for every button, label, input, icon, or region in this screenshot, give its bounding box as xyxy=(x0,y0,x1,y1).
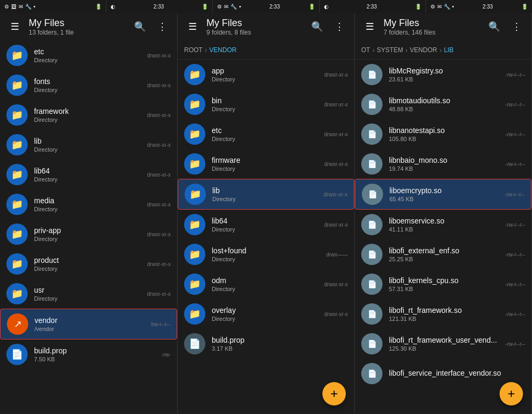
file-item-priv-app[interactable]: 📁 priv-app Directory drwxr-xr-x xyxy=(0,219,177,249)
breadcrumb-vendor[interactable]: VENDOR xyxy=(209,46,236,54)
file-item-usr[interactable]: 📁 usr Directory drwxr-xr-x xyxy=(0,279,177,309)
file-item-etc-2[interactable]: 📁 etc Directory drwxr-xr-x xyxy=(178,119,354,149)
file-info-overlay: overlay Directory xyxy=(212,306,320,322)
file-item-lib-2[interactable]: 📁 lib Directory drwxr-xr-x xyxy=(178,179,354,210)
mail-icon-3: ✉ xyxy=(224,4,228,10)
file-info-libmotaudioutils: libmotaudioutils.so 48.88 KB xyxy=(389,96,501,112)
more-button-1[interactable]: ⋮ xyxy=(154,18,171,35)
panels-container: ☰ My Files 13 folders, 1 file 🔍 ⋮ 📁 etc … xyxy=(0,13,532,414)
file-name-libmotaudioutils: libmotaudioutils.so xyxy=(389,96,501,105)
file-info-libnbaio: libnbaio_mono.so 19.74 KB xyxy=(389,156,501,172)
file-item-libofi-external[interactable]: 📄 libofi_external_enf.so 25.25 KB -rw-r-… xyxy=(355,239,531,269)
status-left-3: ⚙ ✉ 🔧 • xyxy=(217,4,241,10)
file-item-overlay[interactable]: 📁 overlay Directory drwxr-xr-x xyxy=(178,299,354,329)
file-item-app[interactable]: 📁 app Directory drwxr-xr-x xyxy=(178,60,354,89)
signal-icon-1: ◐ xyxy=(111,4,115,10)
file-item-liboemcrypto[interactable]: 📄 liboemcrypto.so 65.45 KB -rw-r--r-- xyxy=(355,179,531,210)
app-bar-title-1: My Files 13 folders, 1 file xyxy=(29,18,126,36)
file-item-lib64-2[interactable]: 📁 lib64 Directory drwxr-xr-x xyxy=(178,210,354,239)
file-perm-lost-found: drwx—— xyxy=(326,252,348,258)
file-item-libofi-rt[interactable]: 📄 libofi_rt_framework.so 121.31 KB -rw-r… xyxy=(355,299,531,329)
fab-button-2[interactable]: + xyxy=(322,382,346,405)
file-item-libnanotestapi[interactable]: 📄 libnanotestapi.so 105.80 KB -rw-r--r-- xyxy=(355,119,531,149)
file-item-lost-found[interactable]: 📁 lost+found Directory drwx—— xyxy=(178,239,354,269)
menu-button-3[interactable]: ☰ xyxy=(361,18,378,35)
folder-icon-etc: 📁 xyxy=(6,45,28,66)
file-meta-liboemcrypto: 65.45 KB xyxy=(389,196,501,202)
file-perm-firmware: drwxr-xr-x xyxy=(325,161,348,167)
breadcrumb-vendor-3[interactable]: VENDOR xyxy=(410,46,437,54)
panel-2-inner: 📁 app Directory drwxr-xr-x 📁 bin Directo… xyxy=(178,60,354,414)
menu-button-1[interactable]: ☰ xyxy=(6,18,23,35)
doc-icon-libnanotestapi: 📄 xyxy=(361,123,383,145)
time-4: 2:33 xyxy=(367,4,377,10)
file-perm-liboemcrypto: -rw-r--r-- xyxy=(505,192,525,197)
file-item-etc[interactable]: 📁 etc Directory drwxr-xr-x xyxy=(0,40,177,70)
doc-icon-libnbaio: 📄 xyxy=(361,153,383,175)
panel-3-inner: 📄 libMcRegistry.so 23.61 KB -rw-r--r-- 📄… xyxy=(355,60,531,414)
file-meta-app: Directory xyxy=(212,76,320,82)
panel-3: ☰ My Files 7 folders, 146 files 🔍 ⋮ OT ›… xyxy=(355,13,532,414)
file-name-libofi-external: libofi_external_enf.so xyxy=(389,246,501,255)
more-button-2[interactable]: ⋮ xyxy=(331,18,348,35)
file-perm-lib: drwxr-xr-x xyxy=(147,142,171,148)
file-info-vendor: vendor /vendor xyxy=(35,316,147,332)
file-item-libmotaudioutils[interactable]: 📄 libmotaudioutils.so 48.88 KB -rw-r--r-… xyxy=(355,89,531,119)
status-panel-5: ⚙ ✉ 🔧 • 2:33 🔋 xyxy=(426,0,532,13)
time-5: 2:33 xyxy=(483,4,493,10)
file-info-libofi-external: libofi_external_enf.so 25.25 KB xyxy=(389,246,501,262)
file-item-product[interactable]: 📁 product Directory drwxr-xr-x xyxy=(0,249,177,279)
file-name-libofi-kernels: libofi_kernels_cpu.so xyxy=(389,276,501,285)
dot-icon-5: • xyxy=(452,4,454,10)
file-item-fonts[interactable]: 📁 fonts Directory drwxr-xr-x xyxy=(0,70,177,100)
file-item-build-prop-1[interactable]: 📄 build.prop 7.50 KB -rw- xyxy=(0,340,177,369)
file-item-media[interactable]: 📁 media Directory drwxr-xr-x xyxy=(0,189,177,219)
file-item-libofi-kernels[interactable]: 📄 libofi_kernels_cpu.so 57.31 KB -rw-r--… xyxy=(355,269,531,299)
file-meta-liboemservice: 41.11 KB xyxy=(389,226,501,233)
breadcrumb-ot[interactable]: OT xyxy=(361,46,370,54)
file-item-libofi-rt-user[interactable]: 📄 libofi_rt_framework_user_vend... 125.3… xyxy=(355,329,531,359)
breadcrumb-lib-3[interactable]: LIB xyxy=(444,46,453,54)
file-meta-lib64: Directory xyxy=(34,176,143,183)
file-info-lib: lib Directory xyxy=(34,137,143,153)
mail-icon: ✉ xyxy=(19,4,23,10)
search-button-1[interactable]: 🔍 xyxy=(131,18,148,35)
breadcrumb-root[interactable]: ROOT xyxy=(184,46,203,54)
tool-icon-5: 🔧 xyxy=(444,4,450,10)
file-meta-build-prop-2: 3.17 KB xyxy=(212,345,344,352)
file-item-libmcregistry[interactable]: 📄 libMcRegistry.so 23.61 KB -rw-r--r-- xyxy=(355,60,531,89)
file-item-firmware[interactable]: 📁 firmware Directory drwxr-xr-x xyxy=(178,149,354,179)
file-meta-framework: Directory xyxy=(34,117,143,123)
file-info-lost-found: lost+found Directory xyxy=(212,246,322,262)
file-item-bin[interactable]: 📁 bin Directory drwxr-xr-x xyxy=(178,89,354,119)
file-perm-framework: drwxr-xr-x xyxy=(147,112,171,118)
doc-icon-liboemcrypto: 📄 xyxy=(362,184,383,205)
file-item-lib64[interactable]: 📁 lib64 Directory drwxr-xr-x xyxy=(0,160,177,189)
battery-icon-2: 🔋 xyxy=(202,4,208,10)
file-item-odm[interactable]: 📁 odm Directory drwxr-xr-x xyxy=(178,269,354,299)
file-meta-bin: Directory xyxy=(212,106,320,112)
folder-icon-odm: 📁 xyxy=(184,274,205,295)
breadcrumb-system[interactable]: SYSTEM xyxy=(377,46,403,54)
file-item-framework[interactable]: 📁 framework Directory drwxr-xr-x xyxy=(0,100,177,130)
search-button-3[interactable]: 🔍 xyxy=(486,18,503,35)
more-button-3[interactable]: ⋮ xyxy=(508,18,525,35)
doc-icon-libofi-rt-user: 📄 xyxy=(361,333,383,354)
menu-button-2[interactable]: ☰ xyxy=(184,18,201,35)
battery-icon-4: 🔋 xyxy=(415,4,421,10)
file-item-build-prop-2[interactable]: 📄 build.prop 3.17 KB xyxy=(178,329,354,359)
breadcrumb-sep-3a: › xyxy=(372,46,375,54)
file-item-lib[interactable]: 📁 lib Directory drwxr-xr-x xyxy=(0,130,177,160)
file-item-liboemservice[interactable]: 📄 liboemservice.so 41.11 KB -rw-r--r-- xyxy=(355,210,531,239)
file-name-lib: lib xyxy=(34,137,143,145)
file-item-libnbaio[interactable]: 📄 libnbaio_mono.so 19.74 KB -rw-r--r-- xyxy=(355,149,531,179)
file-perm-vendor: lrw-r--r-- xyxy=(151,321,170,327)
file-perm-lib-2: drwxr-xr-x xyxy=(324,192,347,197)
fab-button-3[interactable]: + xyxy=(500,382,523,405)
file-item-vendor[interactable]: ↗ vendor /vendor lrw-r--r-- xyxy=(0,309,177,340)
file-list-2: 📁 app Directory drwxr-xr-x 📁 bin Directo… xyxy=(178,60,354,414)
file-list-1: 📁 etc Directory drwxr-xr-x 📁 fonts Direc… xyxy=(0,40,177,414)
search-button-2[interactable]: 🔍 xyxy=(309,18,326,35)
file-perm-libnbaio: -rw-r--r-- xyxy=(505,161,525,167)
file-name-libnbaio: libnbaio_mono.so xyxy=(389,156,501,164)
